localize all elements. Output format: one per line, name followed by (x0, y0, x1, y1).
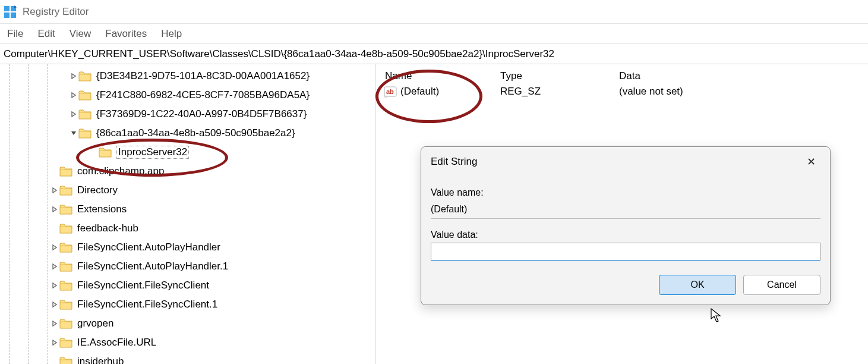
tree-item-label: {D3E34B21-9D75-101A-8C3D-00AA001A1652} (96, 70, 310, 82)
tree-item-label: {F241C880-6982-4CE5-8CF7-7085BA96DA5A} (96, 89, 310, 101)
col-header-data[interactable]: Data (619, 70, 868, 82)
title-bar: Registry Editor (0, 0, 868, 24)
tree-item[interactable]: InprocServer32 (0, 143, 375, 162)
tree-item-label: FileSyncClient.FileSyncClient.1 (77, 299, 217, 310)
folder-icon (59, 185, 72, 196)
chevron-right-icon[interactable] (50, 300, 59, 309)
svg-rect-2 (4, 12, 10, 18)
values-header: Name Type Data (375, 64, 868, 82)
chevron-right-icon[interactable] (69, 90, 78, 100)
tree-item-label: com.clipchamp.app (77, 165, 164, 177)
dialog-title: Edit String (431, 156, 477, 168)
tree-item[interactable]: grvopen (0, 314, 375, 333)
tree-item[interactable]: IE.AssocFile.URL (0, 333, 375, 352)
tree-item-label: Extensions (77, 203, 127, 215)
menu-view[interactable]: View (70, 28, 91, 40)
value-name-label: Value name: (431, 187, 820, 198)
chevron-right-icon[interactable] (50, 186, 59, 195)
cancel-button[interactable]: Cancel (743, 275, 820, 295)
tree-item[interactable]: FileSyncClient.AutoPlayHandler (0, 238, 375, 257)
tree-item-label: {F37369D9-1C22-40A0-A997-0B4D5F7B6637} (96, 108, 307, 120)
value-data-label: Value data: (431, 230, 820, 240)
tree-panel[interactable]: {D3E34B21-9D75-101A-8C3D-00AA001A1652}{F… (0, 64, 375, 364)
edit-string-dialog: Edit String ✕ Value name: (Default) Valu… (421, 146, 831, 305)
window-title: Registry Editor (23, 6, 89, 18)
value-name: (Default) (400, 86, 500, 98)
svg-marker-4 (14, 5, 17, 8)
menu-help[interactable]: Help (161, 28, 182, 40)
folder-icon (78, 109, 91, 120)
folder-icon (78, 71, 91, 81)
svg-text:ab: ab (386, 88, 394, 95)
folder-icon (78, 90, 91, 101)
folder-icon (59, 280, 72, 291)
tree-item[interactable]: {D3E34B21-9D75-101A-8C3D-00AA001A1652} (0, 67, 375, 86)
tree-item-label: Directory (77, 184, 118, 196)
address-bar[interactable]: Computer\HKEY_CURRENT_USER\Software\Clas… (0, 44, 868, 64)
folder-icon (59, 204, 72, 215)
col-header-type[interactable]: Type (500, 70, 619, 82)
menu-file[interactable]: File (7, 28, 23, 40)
tree-item[interactable]: insiderhub (0, 352, 375, 364)
tree-item[interactable]: {86ca1aa0-34aa-4e8b-a509-50c905bae2a2} (0, 124, 375, 143)
ok-button[interactable]: OK (659, 275, 736, 295)
chevron-down-icon[interactable] (69, 128, 78, 138)
tree-item-label: FileSyncClient.AutoPlayHandler.1 (77, 261, 228, 272)
tree-item-label: grvopen (77, 318, 113, 330)
value-data: (value not set) (619, 86, 868, 98)
value-data-input[interactable] (431, 243, 820, 261)
tree-item[interactable]: feedback-hub (0, 219, 375, 238)
tree-item-label: {86ca1aa0-34aa-4e8b-a509-50c905bae2a2} (96, 127, 295, 139)
folder-icon (59, 299, 72, 310)
folder-icon (59, 337, 72, 348)
folder-icon (59, 223, 72, 234)
folder-icon (78, 128, 91, 139)
svg-rect-0 (4, 6, 10, 11)
chevron-right-icon[interactable] (69, 71, 78, 81)
value-name-field: (Default) (431, 200, 820, 219)
dialog-body: Value name: (Default) Value data: OK Can… (421, 177, 830, 305)
folder-icon (59, 242, 72, 253)
tree-item[interactable]: FileSyncClient.AutoPlayHandler.1 (0, 257, 375, 276)
app-icon (4, 5, 17, 18)
tree-item-label: IE.AssocFile.URL (77, 337, 156, 349)
folder-icon (59, 166, 72, 177)
tree-item-label: insiderhub (77, 356, 124, 364)
value-row[interactable]: ab (Default) REG_SZ (value not set) (375, 82, 868, 101)
chevron-right-icon[interactable] (50, 205, 59, 214)
col-header-name[interactable]: Name (375, 70, 500, 82)
chevron-right-icon[interactable] (69, 109, 78, 119)
tree-item[interactable]: FileSyncClient.FileSyncClient.1 (0, 295, 375, 314)
dialog-titlebar[interactable]: Edit String ✕ (421, 147, 830, 177)
folder-icon (59, 318, 72, 329)
chevron-right-icon[interactable] (50, 262, 59, 271)
menu-favorites[interactable]: Favorites (105, 28, 147, 40)
chevron-right-icon[interactable] (50, 281, 59, 290)
tree-item-label: InprocServer32 (116, 146, 189, 159)
close-icon[interactable]: ✕ (802, 153, 820, 171)
folder-icon (59, 261, 72, 272)
tree-item[interactable]: {F37369D9-1C22-40A0-A997-0B4D5F7B6637} (0, 105, 375, 124)
svg-rect-3 (11, 12, 16, 18)
value-type: REG_SZ (500, 86, 619, 98)
menu-bar: File Edit View Favorites Help (0, 24, 868, 44)
dialog-buttons: OK Cancel (431, 275, 820, 295)
chevron-right-icon[interactable] (50, 243, 59, 252)
address-text: Computer\HKEY_CURRENT_USER\Software\Clas… (4, 48, 554, 60)
tree-item-label: FileSyncClient.AutoPlayHandler (77, 241, 220, 253)
tree-item[interactable]: {F241C880-6982-4CE5-8CF7-7085BA96DA5A} (0, 86, 375, 105)
tree-item[interactable]: FileSyncClient.FileSyncClient (0, 276, 375, 295)
folder-icon (59, 356, 72, 364)
folder-icon (99, 147, 112, 158)
chevron-right-icon[interactable] (50, 338, 59, 347)
string-icon: ab (384, 85, 397, 98)
tree-item[interactable]: Extensions (0, 200, 375, 219)
chevron-right-icon[interactable] (50, 319, 59, 328)
tree-item[interactable]: com.clipchamp.app (0, 162, 375, 181)
tree-item-label: FileSyncClient.FileSyncClient (77, 280, 209, 291)
menu-edit[interactable]: Edit (37, 28, 55, 40)
tree-item[interactable]: Directory (0, 181, 375, 200)
tree-item-label: feedback-hub (77, 222, 138, 234)
